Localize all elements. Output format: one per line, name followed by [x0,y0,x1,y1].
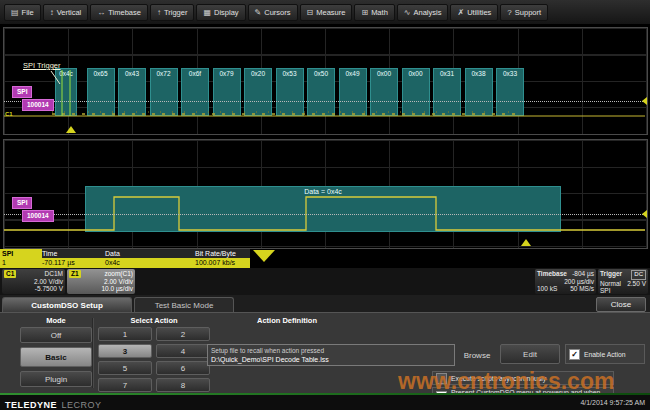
menu-label: Measure [316,8,345,17]
mode-off[interactable]: Off [20,327,92,343]
dialog-tabbar: CustomDSO Setup Test Basic Mode Close [0,295,650,313]
trigger-source: SPI [600,287,610,295]
menu-label: Math [371,8,388,17]
close-button[interactable]: Close [596,297,646,312]
timebase-descriptor[interactable]: Timebase -804 µs 200 µs/div 100 kS 50 MS… [535,269,596,294]
trigger-descriptor[interactable]: Trigger DC Normal 2.50 V SPI [598,269,648,294]
decode-level-line-zoom [4,214,645,215]
tab-customdso-setup[interactable]: CustomDSO Setup [2,297,132,312]
menu-timebase[interactable]: ↔Timebase [90,4,148,21]
action-button-8[interactable]: 8 [156,378,210,392]
c1-descriptor[interactable]: C1 DC1M 2.00 V/div -5.7500 V [2,269,65,294]
timebase-rate: 50 MS/s [570,285,594,293]
menu-measure[interactable]: ⊟Measure [300,4,353,21]
timebase-delay: -804 µs [572,270,594,278]
col-bitrate: Bit Rate/Byte [195,249,250,258]
setup-file-path: D:\Quick_Demo\SPI Decode Table.lss [211,355,451,364]
brand-bold: TELEDYNE [5,400,57,410]
row-time: -70.117 µs [42,258,105,268]
action-button-4[interactable]: 4 [156,344,210,358]
spi-zoom-label[interactable]: SPI [12,197,32,209]
row-index: 1 [0,258,42,268]
decode-table: SPI Time Data Bit Rate/Byte 1 -70.117 µs… [0,249,250,268]
zoom-trigger-marker-icon[interactable] [521,239,531,246]
brand-light: LECROY [61,400,101,410]
menu-utilities[interactable]: ✗Utilities [450,4,498,21]
timebase-title: Timebase [537,270,567,278]
action-button-2[interactable]: 2 [156,327,210,341]
menu-label: Cursors [264,8,290,17]
z1-descriptor[interactable]: Z1 zoom(C1) 2.00 V/div 10.0 µs/div [67,269,135,294]
level-marker-icon [642,97,647,105]
menu-label: Support [515,8,541,17]
table-row[interactable]: 1 -70.117 µs 0x4c 100.007 kb/s [0,258,250,268]
trigger-mode: Normal [600,280,621,288]
trigger-position-marker-icon[interactable] [66,126,76,133]
trigger-title: Trigger [600,270,622,280]
menu-bar: ▤File↕Vertical↔Timebase↑Trigger▦Display✎… [0,0,650,24]
row-data: 0x4c [105,258,195,268]
spi-channel-value: 100014 [22,99,54,111]
menu-vertical[interactable]: ↕Vertical [43,4,89,21]
mode-plugin[interactable]: Plugin [20,371,92,387]
menu-support[interactable]: ?Support [500,4,548,21]
action-button-7[interactable]: 7 [98,378,152,392]
z1-vdiv: 2.00 V/div [104,278,133,286]
analysis-icon: ∿ [404,8,411,17]
waveform-grid-zoom: Data = 0x4c SPI 100014 [3,139,648,249]
spi-trigger-annotation: SPI Trigger [23,61,61,70]
menu-trigger[interactable]: ↑Trigger [150,4,194,21]
menu-label: File [22,8,34,17]
vertical-icon: ↕ [50,8,54,17]
decode-table-header: SPI Time Data Bit Rate/Byte [0,249,250,258]
col-data: Data [105,249,195,258]
action-definition-title: Action Definition [207,316,367,325]
z1-source: zoom(C1) [104,270,133,278]
oscilloscope-screen: ▤File↕Vertical↔Timebase↑Trigger▦Display✎… [0,0,650,410]
col-time: Time [42,249,105,258]
c1-vdiv: 2.00 V/div [34,278,63,286]
mode-title: Mode [20,316,92,325]
descriptor-row: C1 DC1M 2.00 V/div -5.7500 V Z1 zoom(C1)… [0,268,650,295]
action-button-5[interactable]: 5 [98,361,152,375]
setup-file-hint: Setup file to recall when action pressed [211,346,451,355]
measure-icon: ⊟ [307,8,314,17]
setup-file-box[interactable]: Setup file to recall when action pressed… [207,344,455,366]
menu-label: Trigger [164,8,187,17]
browse-button[interactable]: Browse [458,348,496,362]
tab-test-basic-mode[interactable]: Test Basic Mode [134,297,234,312]
menu-label: Display [214,8,239,17]
c1-badge: C1 [4,270,16,278]
menu-math[interactable]: ⊞Math [354,4,394,21]
trigger-coupling: DC [631,270,646,280]
cursors-icon: ✎ [255,8,262,17]
decode-table-tab[interactable]: SPI [0,249,42,258]
menu-file[interactable]: ▤File [4,4,41,21]
action-button-6[interactable]: 6 [156,361,210,375]
select-action-title: Select Action [98,316,210,325]
action-button-3[interactable]: 3 [98,344,152,358]
edit-button[interactable]: Edit [500,344,560,364]
trigger-level: 2.50 V [627,280,646,288]
z1-badge: Z1 [69,270,81,278]
section-divider [92,318,94,388]
c1-coupling: DC1M [45,270,63,278]
menu-label: Vertical [57,8,82,17]
checkbox-checked-icon[interactable]: ✓ [569,349,580,360]
datetime: 4/1/2014 9:57:25 AM [580,399,645,406]
menu-analysis[interactable]: ∿Analysis [397,4,449,21]
spi-channel-label[interactable]: SPI [12,86,32,98]
action-button-1[interactable]: 1 [98,327,152,341]
mode-basic[interactable]: Basic [20,347,92,367]
enable-action-label: Enable Action [584,351,626,358]
table-expand-arrow-icon[interactable] [253,250,275,262]
c1-ground-marker: C1 [5,111,13,117]
timebase-icon: ↔ [97,8,105,17]
menu-cursors[interactable]: ✎Cursors [248,4,298,21]
timebase-tdiv: 200 µs/div [564,278,594,286]
enable-action-checkbox[interactable]: ✓ Enable Action [565,344,645,364]
menu-display[interactable]: ▦Display [196,4,245,21]
trigger-icon: ↑ [157,8,161,17]
file-icon: ▤ [11,8,19,17]
level-marker-icon [642,210,647,218]
